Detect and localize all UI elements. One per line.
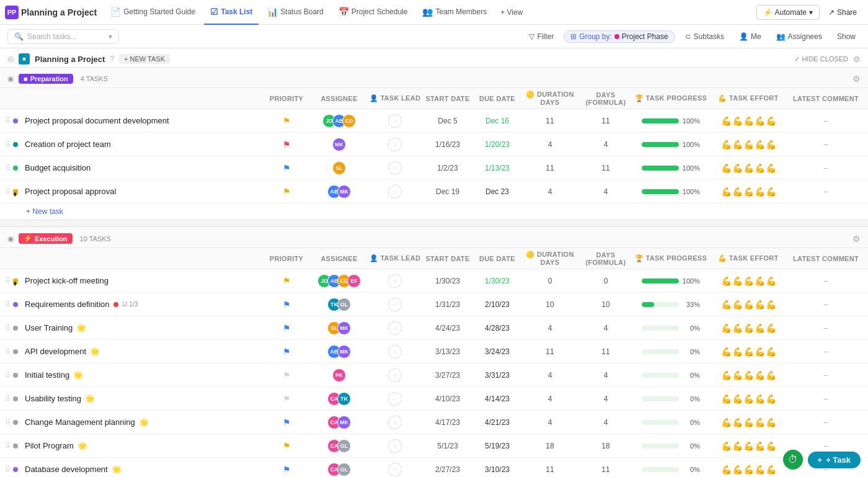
filter-button[interactable]: ▽ Filter [524, 30, 559, 43]
show-button[interactable]: Show [832, 30, 861, 43]
drag-handle-icon[interactable]: ⠿ [5, 164, 11, 172]
effort-cell: 💪 💪 💪 💪 💪 [708, 323, 789, 333]
task-lead-cell[interactable]: ○ [367, 463, 423, 476]
priority-cell[interactable]: ⚑ [262, 140, 311, 149]
drag-handle-icon[interactable]: ⠿ [5, 395, 11, 403]
tab-status-board[interactable]: 📊 Status Board [261, 0, 329, 25]
effort-icon: 💪 [721, 394, 732, 404]
task-lead-cell[interactable]: ○ [367, 439, 423, 453]
planning-collapse-icon[interactable]: ◎ [7, 55, 14, 63]
task-name[interactable]: Database development 🌟 [25, 465, 262, 474]
assignee-cell[interactable]: JD AB CD EF [311, 274, 367, 288]
me-button[interactable]: 👤 Me [734, 30, 766, 43]
task-name[interactable]: Pilot Program 🌟 [25, 441, 262, 450]
tab-project-schedule[interactable]: 📅 Project Schedule [332, 0, 414, 25]
assignee-cell[interactable]: PK [311, 368, 367, 382]
execution-badge[interactable]: ⚡ Execution [19, 233, 73, 244]
task-name[interactable]: API development 🌟 [25, 347, 262, 356]
task-lead-cell[interactable]: ○ [367, 298, 423, 311]
execution-add-icon[interactable]: ⚙ [852, 234, 861, 244]
group-by-pill[interactable]: ⊞ Group by: Project Phase [564, 30, 675, 43]
assignee-cell[interactable]: SL MK [311, 321, 367, 335]
priority-cell[interactable]: ⚑ [262, 300, 311, 310]
assignee-cell[interactable]: MK [311, 138, 367, 151]
task-name[interactable]: Usability testing 🌟 [25, 394, 262, 403]
task-name[interactable]: Creation of project team [25, 140, 262, 149]
priority-cell[interactable]: ⚑ [262, 465, 311, 475]
task-name[interactable]: Change Management planning 🌟 [25, 417, 262, 427]
priority-cell[interactable]: ⚑ [262, 347, 311, 357]
task-name[interactable]: Budget acquisition [25, 163, 262, 172]
task-lead-cell[interactable]: ○ [367, 138, 423, 151]
assignee-cell[interactable]: TK GL [311, 298, 367, 311]
drag-handle-icon[interactable]: ⠿ [5, 347, 11, 356]
effort-cell: 💪 💪 💪 💪 💪 [708, 441, 789, 451]
assignee-cell[interactable]: CA MK [311, 416, 367, 429]
priority-cell[interactable]: ⚑ [262, 187, 311, 197]
task-lead-cell[interactable]: ○ [367, 368, 423, 382]
task-name[interactable]: Requirements definition ☑ 1/3 [25, 300, 262, 309]
task-name[interactable]: Initial testing 🌟 [25, 370, 262, 380]
task-name[interactable]: Project proposal document development [25, 116, 262, 125]
task-lead-cell[interactable]: ○ [367, 114, 423, 128]
drag-handle-icon[interactable]: ⠿ [5, 140, 11, 149]
assignees-button[interactable]: 👥 Assignees [771, 30, 827, 43]
question-mark-icon[interactable]: ? [110, 55, 114, 63]
automate-button[interactable]: ⚡ Automate ▾ [756, 5, 820, 20]
priority-cell[interactable]: ⚑ [262, 323, 311, 333]
task-name[interactable]: User Training 🌟 [25, 323, 262, 332]
priority-cell[interactable]: ⚑ [262, 370, 311, 380]
preparation-collapse-btn[interactable]: ◉ [7, 74, 14, 83]
task-lead-cell[interactable]: ○ [367, 185, 423, 198]
priority-cell[interactable]: ⚑ [262, 276, 311, 286]
assignee-cell[interactable]: SL [311, 161, 367, 175]
assignee-cell[interactable]: AB MK [311, 185, 367, 198]
priority-cell[interactable]: ⚑ [262, 163, 311, 173]
drag-handle-icon[interactable]: ⠿ [5, 465, 11, 474]
assignee-cell[interactable]: CA GL [311, 463, 367, 476]
priority-cell[interactable]: ⚑ [262, 441, 311, 451]
drag-handle-icon[interactable]: ⠿ [5, 442, 11, 450]
section-divider [0, 220, 868, 227]
tab-getting-started[interactable]: 📄 Getting Started Guide [104, 0, 202, 25]
settings-icon[interactable]: ⚙ [853, 55, 861, 64]
new-task-button[interactable]: + NEW TASK [119, 54, 170, 64]
task-lead-cell[interactable]: ○ [367, 161, 423, 175]
priority-cell[interactable]: ⚑ [262, 394, 311, 404]
tab-task-list[interactable]: ☑ Task List [204, 0, 259, 25]
subtasks-button[interactable]: ⊂ Subtasks [680, 30, 729, 43]
search-box[interactable]: 🔍 Search tasks... ▾ [7, 29, 119, 44]
assignee-cell[interactable]: AB MK [311, 345, 367, 359]
assignee-cell[interactable]: CA GL [311, 439, 367, 453]
assignee-cell[interactable]: CA TK [311, 392, 367, 406]
priority-cell[interactable]: ⚑ [262, 116, 311, 126]
task-lead-cell[interactable]: ○ [367, 345, 423, 359]
timer-fab-button[interactable]: ⏱ [783, 450, 803, 470]
drag-handle-icon[interactable]: ⠿ [5, 300, 11, 309]
tab-team-members[interactable]: 👥 Team Members [416, 0, 493, 25]
add-task-fab-button[interactable]: + + Task [808, 452, 861, 468]
drag-handle-icon[interactable]: ⠿ [5, 277, 11, 285]
task-name[interactable]: Project kick-off meeting [25, 276, 262, 285]
drag-handle-icon[interactable]: ⠿ [5, 187, 11, 196]
priority-cell[interactable]: ⚑ [262, 417, 311, 427]
preparation-add-icon[interactable]: ⚙ [852, 74, 861, 84]
task-lead-cell[interactable]: ○ [367, 392, 423, 406]
task-lead-cell[interactable]: ○ [367, 274, 423, 288]
hide-closed-button[interactable]: ✓ HIDE CLOSED [794, 55, 848, 63]
preparation-badge[interactable]: ■ Preparation [19, 74, 73, 84]
task-lead-cell[interactable]: ○ [367, 416, 423, 429]
drag-handle-icon[interactable]: ⠿ [5, 324, 11, 332]
start-date-cell: Dec 5 [423, 117, 472, 125]
task-lead-cell[interactable]: ○ [367, 321, 423, 335]
plus-view-btn[interactable]: + View [495, 6, 528, 19]
task-name[interactable]: Project proposal approval [25, 187, 262, 196]
drag-handle-icon[interactable]: ⠿ [5, 371, 11, 380]
assignee-cell[interactable]: JD AB CD [311, 114, 367, 128]
preparation-new-task[interactable]: + New task [0, 203, 868, 220]
drag-handle-icon[interactable]: ⠿ [5, 117, 11, 125]
share-button[interactable]: ↗ Share [822, 6, 863, 19]
execution-collapse-btn[interactable]: ◉ [7, 234, 14, 243]
drag-handle-icon[interactable]: ⠿ [5, 418, 11, 427]
effort-cell: 💪 💪 💪 💪 💪 [708, 417, 789, 427]
